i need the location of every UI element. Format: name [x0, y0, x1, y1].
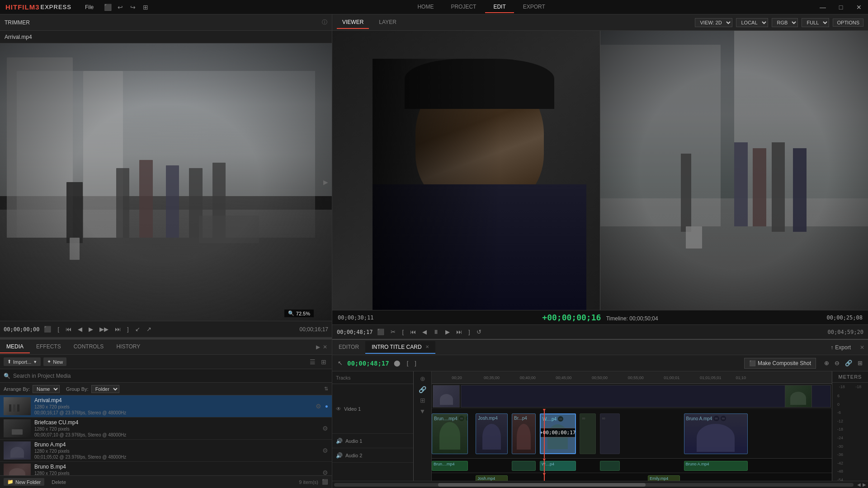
media-tab-controls[interactable]: CONTROLS	[67, 341, 110, 353]
trimmer-btn-in[interactable]: [	[56, 325, 61, 333]
ts-btn-link2[interactable]: 🔗	[419, 386, 426, 393]
media-settings-icon-briefcase[interactable]: ⚙	[322, 425, 328, 432]
viewer-tab-viewer[interactable]: VIEWER	[337, 16, 369, 29]
nav-tab-home[interactable]: HOME	[409, 1, 442, 13]
viewer-btn-loop[interactable]: ↺	[475, 328, 483, 336]
view-2d-select[interactable]: VIEW: 2D	[695, 18, 732, 27]
editor-tab-editor[interactable]: EDITOR	[332, 341, 365, 354]
editor-tab-intro[interactable]: INTRO TITLE CARD ✕	[365, 341, 435, 354]
media-settings-icon-arrival[interactable]: ⚙	[316, 403, 321, 410]
import-button[interactable]: ⬆ Import... ▼	[4, 357, 41, 366]
maximize-button[interactable]: □	[832, 0, 850, 14]
editor-close-icon[interactable]: ✕	[856, 344, 868, 351]
et-btn-link[interactable]: 🔗	[843, 359, 854, 367]
media-tab-history[interactable]: HISTORY	[110, 341, 146, 353]
nav-tab-edit[interactable]: EDIT	[485, 1, 514, 13]
nav-tab-export[interactable]: EXPORT	[515, 1, 553, 13]
video-clip-brunoa[interactable]: Bruno A.mp4 ∞ ∞	[684, 413, 748, 454]
sort-icon[interactable]: ⇅	[324, 386, 328, 392]
trimmer-expand-icon[interactable]: ▶	[323, 178, 328, 186]
media-item-brunob[interactable]: Bruno B.mp4 1280 x 720 pixels 00;01;12;1…	[0, 462, 332, 475]
video-clip-brun1[interactable]: Brun....mp4 ∞ ∞	[432, 413, 468, 454]
list-view-icon[interactable]: ☰	[308, 357, 317, 366]
video-clip-br1[interactable]: Br...p4	[512, 413, 536, 454]
audio-clip-brun1[interactable]: Brun....mp4	[432, 461, 468, 471]
viewer-btn-screenshot[interactable]: ⬛	[375, 328, 386, 336]
options-button[interactable]: OPTIONS	[833, 19, 863, 27]
video-track[interactable]: Brun....mp4 ∞ ∞ Josh.mp4	[432, 409, 832, 459]
et-btn-select[interactable]: ↖	[336, 359, 344, 367]
video-clip-gap2[interactable]: ∞	[600, 413, 620, 454]
viewer-btn-step-fwd[interactable]: ▶	[443, 328, 452, 336]
audio-track-1[interactable]: Brun....mp4 W....p4 Bruno A.mp4	[432, 459, 832, 473]
timeline-scrollbar[interactable]: ◀ ▶	[332, 481, 868, 488]
media-tab-more[interactable]: ▶ ✕	[311, 344, 332, 350]
audio-clip-emily[interactable]: Emily.mp4	[648, 475, 680, 481]
delete-button[interactable]: Delete	[48, 479, 70, 486]
trimmer-btn-step-back[interactable]: ◀	[76, 325, 84, 333]
audio-clip-brunoa[interactable]: Bruno A.mp4	[684, 461, 748, 471]
new-button[interactable]: ✦ New	[43, 357, 66, 366]
audio-clip-w1[interactable]: W....p4	[540, 461, 576, 471]
intro-tab-close-icon[interactable]: ✕	[425, 344, 429, 349]
ts-btn-collapse[interactable]: ▼	[420, 408, 426, 415]
nav-icon-undo[interactable]: ↩	[115, 2, 125, 12]
viewer-btn-in[interactable]: [	[400, 328, 406, 336]
make-composite-button[interactable]: ⬛ Make Composite Shot	[744, 358, 816, 369]
trimmer-btn-play[interactable]: ▶	[87, 325, 95, 333]
menu-file[interactable]: File	[80, 2, 98, 12]
footer-extra-icon[interactable]: ⬛	[322, 479, 328, 485]
video-clip-josh1[interactable]: Josh.mp4	[476, 413, 508, 454]
viewer-btn-next[interactable]: ⏭	[454, 328, 464, 336]
media-tab-effects[interactable]: EFFECTS	[30, 341, 67, 353]
close-button[interactable]: ✕	[850, 0, 868, 14]
timeline-tracks[interactable]: 00;20 00;35;00 00;40;00 00;45;00 00;50;0…	[432, 371, 832, 481]
audio-track-2[interactable]: Josh.mp4 Emily.mp4	[432, 473, 832, 481]
media-item-arrival[interactable]: Arrival.mp4 1280 x 720 pixels 00;00;16;1…	[0, 395, 332, 418]
editor-export-button[interactable]: ↑ Export	[825, 343, 856, 352]
et-btn-plus[interactable]: ⊞	[856, 359, 864, 367]
ts-btn-add[interactable]: ⊞	[420, 397, 425, 404]
media-tab-media[interactable]: MEDIA	[0, 341, 30, 353]
audio-clip-br1[interactable]	[512, 461, 536, 471]
new-folder-button[interactable]: 📁 New Folder	[4, 478, 44, 486]
ts-btn-snap[interactable]: ⊕	[420, 375, 425, 382]
video-eye-icon[interactable]: 👁	[336, 406, 341, 412]
rgb-select[interactable]: RGB	[772, 18, 798, 27]
viewer-btn-out[interactable]: ]	[467, 328, 472, 336]
et-btn-out2[interactable]: ]	[413, 359, 418, 367]
minimize-button[interactable]: —	[814, 0, 832, 14]
audio2-icon[interactable]: 🔊	[336, 452, 343, 459]
et-btn-zoom-out[interactable]: ⊖	[833, 359, 841, 367]
media-settings-icon-brunoa[interactable]: ⚙	[322, 447, 328, 454]
local-select[interactable]: LOCAL	[736, 18, 768, 27]
trimmer-btn-a[interactable]: ↙	[133, 325, 142, 333]
scroll-left-icon[interactable]: ◀	[857, 482, 861, 487]
audio-clip-gap1[interactable]	[600, 461, 620, 471]
trimmer-info-icon[interactable]: ⓘ	[322, 19, 327, 26]
search-input[interactable]	[13, 373, 328, 379]
scroll-thumb[interactable]	[438, 483, 646, 487]
media-item-brunoa[interactable]: Bruno A.mp4 1280 x 720 pixels 00;01;05;0…	[0, 440, 332, 462]
viewer-btn-pause[interactable]: ⏸	[431, 328, 441, 336]
nav-icon-media[interactable]: ⬛	[103, 2, 113, 12]
full-select[interactable]: FULL	[802, 18, 829, 27]
trimmer-btn-step-fwd[interactable]: ▶▶	[98, 325, 110, 333]
grid-view-icon[interactable]: ⊞	[319, 357, 328, 366]
audio1-icon[interactable]: 🔊	[336, 438, 343, 444]
viewer-btn-cut[interactable]: ✂	[389, 328, 397, 336]
scroll-track[interactable]	[334, 483, 854, 487]
video-clip-gap1[interactable]: ∞	[580, 413, 595, 454]
scroll-right-icon[interactable]: ▶	[863, 482, 866, 487]
nav-icon-grid[interactable]: ⊞	[141, 2, 151, 12]
viewer-tab-layer[interactable]: LAYER	[373, 16, 401, 29]
trimmer-btn-out[interactable]: ]	[125, 325, 131, 333]
trimmer-btn-b[interactable]: ↗	[145, 325, 153, 333]
group-select[interactable]: Folder	[91, 385, 119, 393]
nav-icon-redo[interactable]: ↪	[128, 2, 138, 12]
trimmer-progress-bar[interactable]	[0, 337, 332, 339]
audio-clip-josh[interactable]: Josh.mp4	[476, 475, 508, 481]
trimmer-btn-prev[interactable]: ⏮	[64, 325, 73, 333]
trimmer-btn-screenshot[interactable]: ⬛	[42, 325, 53, 333]
nav-tab-project[interactable]: PROJECT	[443, 1, 484, 13]
